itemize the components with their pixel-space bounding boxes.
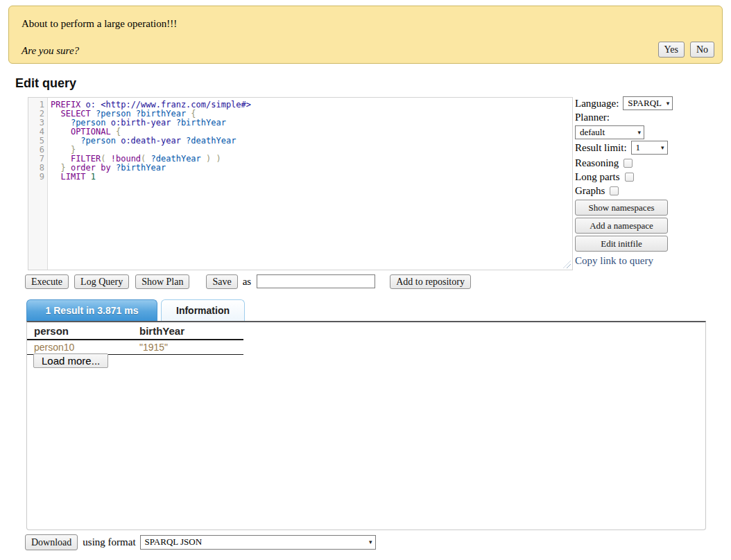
log-query-button[interactable]: Log Query bbox=[74, 274, 129, 289]
line-number: 9 bbox=[28, 173, 44, 182]
format-value: SPARQL JSON bbox=[145, 536, 203, 548]
reasoning-checkbox[interactable] bbox=[624, 159, 633, 168]
table-row: person10"1915" bbox=[27, 340, 243, 355]
tab-results[interactable]: 1 Result in 3.871 ms bbox=[26, 299, 157, 321]
planner-value: default bbox=[580, 127, 605, 138]
results-header-row: personbirthYear bbox=[27, 322, 243, 340]
graphs-label: Graphs bbox=[575, 185, 605, 197]
copy-link-to-query[interactable]: Copy link to query bbox=[575, 255, 653, 267]
reasoning-label: Reasoning bbox=[575, 157, 619, 169]
editor-toolbar: Execute Log Query Show Plan Save as Add … bbox=[25, 274, 471, 289]
using-format-label: using format bbox=[83, 536, 135, 548]
chevron-down-icon: ▾ bbox=[637, 129, 641, 136]
results-body: person10"1915" bbox=[27, 340, 243, 355]
result-limit-select[interactable]: 1 ▾ bbox=[631, 141, 668, 155]
save-as-label: as bbox=[243, 276, 252, 288]
result-limit-label: Result limit: bbox=[575, 142, 627, 154]
code-lines[interactable]: PREFIX o: <http://www.franz.com/simple#>… bbox=[48, 98, 572, 270]
yes-button[interactable]: Yes bbox=[658, 42, 685, 58]
chevron-down-icon: ▾ bbox=[666, 100, 670, 107]
format-select[interactable]: SPARQL JSON ▾ bbox=[140, 535, 376, 550]
chevron-down-icon: ▾ bbox=[369, 539, 372, 545]
long-parts-checkbox[interactable] bbox=[625, 173, 634, 182]
result-limit-row: Result limit: 1 ▾ bbox=[575, 141, 730, 155]
graphs-row: Graphs bbox=[575, 185, 730, 197]
code-line[interactable]: ?person o:birth-year ?birthYear bbox=[51, 119, 572, 128]
code-line[interactable]: LIMIT 1 bbox=[51, 173, 572, 182]
reasoning-row: Reasoning bbox=[575, 157, 730, 169]
line-number-gutter: 123456789 bbox=[28, 98, 48, 270]
load-more-button[interactable]: Load more... bbox=[33, 353, 108, 368]
namespace-buttons: Show namespaces Add a namespace Edit ini… bbox=[575, 200, 730, 252]
query-editor[interactable]: 123456789 PREFIX o: <http://www.franz.co… bbox=[28, 97, 573, 270]
save-button[interactable]: Save bbox=[206, 274, 237, 289]
results-tabbar: 1 Result in 3.871 ms Information bbox=[26, 299, 245, 321]
warning-message: About to perform a large operation!!! bbox=[22, 18, 177, 30]
page-title: Edit query bbox=[15, 76, 76, 91]
language-value: SPARQL bbox=[628, 98, 662, 109]
result-limit-value: 1 bbox=[636, 142, 641, 153]
code-line[interactable]: ?person o:death-year ?deathYear bbox=[51, 137, 572, 146]
warning-banner: About to perform a large operation!!! Ar… bbox=[8, 6, 723, 64]
execute-button[interactable]: Execute bbox=[25, 274, 69, 289]
confirm-question: Are you sure? bbox=[22, 45, 79, 57]
code-line[interactable]: } order by ?birthYear bbox=[51, 164, 572, 173]
literal-value[interactable]: "1915" bbox=[132, 340, 243, 355]
confirm-buttons: Yes No bbox=[658, 42, 715, 58]
query-options-panel: Language: SPARQL ▾ Planner: default ▾ Re… bbox=[575, 96, 730, 267]
download-button[interactable]: Download bbox=[25, 534, 78, 550]
language-select[interactable]: SPARQL ▾ bbox=[623, 96, 673, 110]
planner-select[interactable]: default ▾ bbox=[575, 125, 644, 139]
column-header: person bbox=[27, 322, 132, 340]
resource-link[interactable]: person10 bbox=[27, 340, 132, 355]
edit-initfile-button[interactable]: Edit initfile bbox=[575, 236, 668, 252]
add-to-repository-button[interactable]: Add to repository bbox=[390, 274, 471, 289]
add-namespace-button[interactable]: Add a namespace bbox=[575, 218, 668, 234]
results-table: personbirthYear person10"1915" bbox=[27, 322, 243, 355]
language-row: Language: SPARQL ▾ bbox=[575, 96, 730, 110]
planner-label: Planner: bbox=[575, 112, 730, 123]
long-parts-label: Long parts bbox=[575, 171, 620, 183]
chevron-down-icon: ▾ bbox=[661, 144, 664, 151]
show-namespaces-button[interactable]: Show namespaces bbox=[575, 200, 668, 216]
graphs-checkbox[interactable] bbox=[610, 186, 619, 195]
language-label: Language: bbox=[575, 98, 619, 110]
download-bar: Download using format SPARQL JSON ▾ bbox=[25, 534, 376, 550]
planner-row: default ▾ bbox=[575, 125, 730, 139]
results-panel: personbirthYear person10"1915" Load more… bbox=[26, 321, 706, 530]
column-header: birthYear bbox=[132, 322, 243, 340]
no-button[interactable]: No bbox=[690, 42, 714, 58]
long-parts-row: Long parts bbox=[575, 171, 730, 183]
tab-information[interactable]: Information bbox=[161, 299, 245, 321]
save-name-input[interactable] bbox=[257, 274, 375, 288]
show-plan-button[interactable]: Show Plan bbox=[135, 274, 189, 289]
